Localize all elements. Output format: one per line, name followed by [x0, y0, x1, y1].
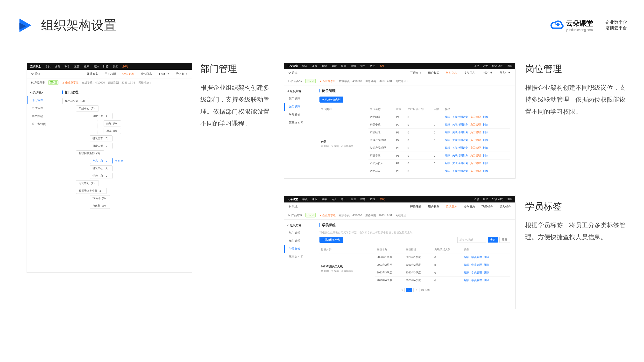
subnav-item[interactable]: 开通服务: [410, 71, 422, 75]
topnav-item[interactable]: 财务: [360, 197, 366, 201]
op-staff[interactable]: 员工管理: [470, 162, 481, 165]
op-student[interactable]: 学员管理: [471, 279, 482, 282]
op-del[interactable]: 删除: [484, 271, 489, 274]
sidebar-item-position[interactable]: 岗位管理: [284, 103, 314, 111]
op-plan[interactable]: 关联培训计划: [452, 146, 468, 149]
op-staff[interactable]: 员工管理: [470, 146, 481, 149]
logout-link[interactable]: 退出: [506, 197, 512, 201]
op-edit[interactable]: 编辑: [445, 146, 450, 149]
topnav-item-active[interactable]: 系统: [380, 197, 385, 201]
topnav-item[interactable]: 资源: [350, 197, 356, 201]
subnav-item[interactable]: 下载任务: [482, 71, 493, 75]
sidebar-item-position[interactable]: 岗位管理: [27, 104, 57, 112]
help-link[interactable]: 帮助: [483, 64, 488, 68]
op-edit[interactable]: 编辑: [445, 169, 450, 172]
topnav-item-active[interactable]: 系统: [122, 65, 128, 68]
search-button[interactable]: 查询: [488, 237, 498, 243]
topnav-item[interactable]: 题库: [84, 65, 89, 68]
topnav-item[interactable]: 资源: [94, 65, 99, 68]
topnav-item[interactable]: 运营: [331, 64, 336, 68]
search-input[interactable]: 标签名/描述: [457, 237, 486, 243]
tree-node[interactable]: 产品中心（7）: [76, 105, 99, 111]
page-current[interactable]: 1: [406, 288, 412, 292]
subnav-item[interactable]: 操作日志: [464, 71, 475, 75]
topnav-item[interactable]: 教学: [64, 65, 70, 68]
page-prev[interactable]: <: [399, 288, 405, 292]
tree-node[interactable]: 研发三部（0）: [90, 135, 112, 141]
subnav-item[interactable]: 开通服务: [410, 205, 422, 209]
page-next[interactable]: >: [414, 288, 419, 292]
sidebar-item-tag[interactable]: 学员标签: [284, 245, 314, 253]
topnav-item[interactable]: 课程: [312, 197, 317, 201]
subnav-item-active[interactable]: 组织架构: [446, 205, 457, 209]
topnav-item[interactable]: 课程: [312, 64, 317, 68]
subnav-item[interactable]: 用户权限: [428, 71, 440, 75]
msg-link[interactable]: 消息: [474, 197, 479, 201]
add-position-button[interactable]: + 添加岗位类别: [320, 96, 343, 103]
subnav-item[interactable]: 导入任务: [499, 71, 511, 75]
sidebar-item-department[interactable]: 部门管理: [27, 96, 57, 104]
op-plan[interactable]: 关联培训计划: [452, 162, 468, 165]
op-del[interactable]: 删除: [483, 169, 488, 172]
topnav-item[interactable]: 财务: [103, 65, 108, 68]
op-student[interactable]: 学员管理: [471, 256, 482, 259]
op-staff[interactable]: 员工管理: [470, 115, 481, 118]
add-tag-button[interactable]: + 添加标签分类: [320, 237, 343, 243]
sidebar-back[interactable]: < 组织架构: [284, 88, 314, 95]
topnav-item[interactable]: 题库: [341, 64, 346, 68]
sidebar-item-tag[interactable]: 学员标签: [27, 112, 57, 120]
tree-node[interactable]: 运营中心（0）: [90, 173, 112, 179]
subnav-item[interactable]: 操作日志: [140, 72, 152, 76]
op-del[interactable]: 删除: [483, 146, 488, 149]
op-del[interactable]: 删除: [484, 256, 489, 259]
campus-link[interactable]: 默认分校: [492, 64, 503, 68]
op-staff[interactable]: 员工管理: [470, 169, 481, 172]
tree-node[interactable]: 教师培训事业部（6）: [76, 188, 107, 194]
topnav-item[interactable]: 数据: [370, 64, 375, 68]
sidebar-item-tag[interactable]: 学员标签: [284, 111, 314, 119]
tree-node[interactable]: 市场部（3）: [90, 195, 110, 201]
op-del[interactable]: 删除: [483, 131, 488, 134]
reset-button[interactable]: 重置: [499, 237, 510, 243]
sidebar-back[interactable]: < 组织架构: [27, 89, 57, 96]
op-plan[interactable]: 关联培训计划: [452, 115, 468, 118]
topnav-item[interactable]: 运营: [331, 197, 336, 201]
sidebar-item-thirdparty[interactable]: 第三方协同: [27, 120, 57, 128]
category-tools[interactable]: 🗑 删除 ✎ 编辑 ⊕ 添加标签: [321, 269, 374, 273]
subnav-item[interactable]: 开通服务: [87, 72, 98, 76]
topnav-item[interactable]: 教学: [322, 197, 327, 201]
topnav-item[interactable]: 数据: [370, 197, 375, 201]
op-del[interactable]: 删除: [484, 263, 489, 266]
subnav-item[interactable]: 用户权限: [104, 72, 116, 76]
tree-node[interactable]: 集团总公司（33）: [62, 98, 89, 104]
subnav-item[interactable]: 导入任务: [176, 72, 188, 76]
tree-node[interactable]: 后端（0）: [104, 128, 121, 134]
tree-node[interactable]: 前端（0）: [104, 120, 121, 126]
sidebar-item-position[interactable]: 岗位管理: [284, 237, 314, 245]
page-size[interactable]: 10 条/页: [421, 288, 430, 292]
op-plan[interactable]: 关联培训计划: [452, 169, 468, 172]
help-link[interactable]: 帮助: [483, 197, 488, 201]
topnav-item[interactable]: 资源: [350, 64, 356, 68]
op-plan[interactable]: 关联培训计划: [452, 154, 468, 157]
topnav-item[interactable]: 财务: [360, 64, 366, 68]
subnav-item[interactable]: 用户权限: [428, 205, 440, 209]
sidebar-item-department[interactable]: 部门管理: [284, 95, 314, 103]
op-del[interactable]: 删除: [483, 138, 488, 141]
tree-node[interactable]: 运营中心（2）: [76, 180, 99, 186]
tree-node[interactable]: 研发一部（1）: [90, 113, 112, 119]
op-edit[interactable]: 编辑: [464, 256, 470, 259]
subnav-item[interactable]: 下载任务: [482, 205, 493, 209]
tree-node-selected[interactable]: 产品中心（9）: [90, 158, 112, 164]
sidebar-item-thirdparty[interactable]: 第三方协同: [284, 119, 314, 127]
op-edit[interactable]: 编辑: [445, 138, 450, 141]
op-del[interactable]: 删除: [483, 123, 488, 126]
op-edit[interactable]: 编辑: [464, 271, 470, 274]
op-plan[interactable]: 关联培训计划: [452, 131, 468, 134]
op-edit[interactable]: 编辑: [445, 162, 450, 165]
subnav-item[interactable]: 下载任务: [158, 72, 170, 76]
topnav-item[interactable]: 数据: [113, 65, 118, 68]
op-edit[interactable]: 编辑: [464, 263, 470, 266]
op-edit[interactable]: 编辑: [445, 115, 450, 118]
op-student[interactable]: 学员管理: [471, 263, 482, 266]
